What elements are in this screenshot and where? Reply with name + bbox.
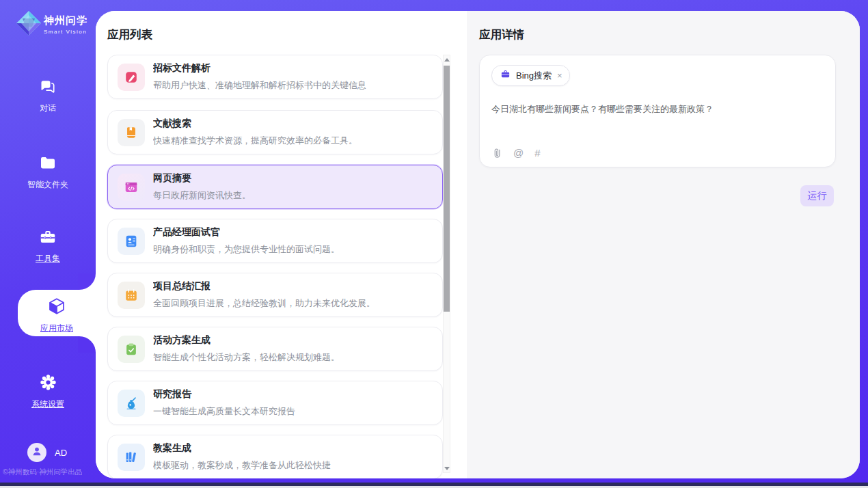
gear-icon <box>39 373 57 394</box>
brand-tagline: Smart Vision <box>44 29 87 35</box>
clipboard-check-icon <box>118 336 145 363</box>
app-desc: 全面回顾项目进展，总结经验教训，助力未来优化发展。 <box>153 297 375 310</box>
app-name: 活动方案生成 <box>153 334 340 347</box>
list-item-web-summary[interactable]: 网页摘要 每日政府新闻资讯快查。 <box>107 165 443 209</box>
folder-icon <box>39 154 57 175</box>
app-desc: 帮助用户快速、准确地理解和解析招标书中的关键信息 <box>153 79 366 92</box>
active-tab-flare-bottom <box>78 336 96 353</box>
app-detail-title: 应用详情 <box>479 27 524 42</box>
run-button[interactable]: 运行 <box>800 185 834 206</box>
sidebar-item-settings[interactable]: 系统设置 <box>0 373 96 410</box>
person-icon <box>31 445 43 460</box>
sidebar-item-label: 工具集 <box>0 253 96 265</box>
calendar-icon <box>118 282 145 309</box>
list-item-literature-search[interactable]: 文献搜索 快速精准查找学术资源，提高研究效率的必备工具。 <box>107 110 443 154</box>
list-scrollbar[interactable] <box>443 55 450 473</box>
list-item-event-plan[interactable]: 活动方案生成 智能生成个性化活动方案，轻松解决规划难题。 <box>107 327 443 371</box>
sidebar-item-label: 系统设置 <box>0 398 96 410</box>
app-list-panel: 应用列表 招标文件解析 帮助用户快速、准确地理解和解析招标书中的关键信息 <box>96 11 467 478</box>
prompt-toolbar: @ # <box>492 147 541 159</box>
app-detail-panel: 应用详情 Bing搜索 × 今日湖北有哪些新闻要点？有哪些需要关注的最新政策？ <box>467 11 860 478</box>
app-desc: 明确身份和职责，为您提供专业性的面试问题。 <box>153 243 340 256</box>
user-name: AD <box>55 448 67 458</box>
main-content: 应用列表 招标文件解析 帮助用户快速、准确地理解和解析招标书中的关键信息 <box>96 11 860 478</box>
hash-icon[interactable]: # <box>534 147 540 159</box>
app-name: 招标文件解析 <box>153 62 366 74</box>
book-icon <box>118 119 145 146</box>
app-window: 神州问学 Smart Vision 对话 智能文件夹 <box>0 0 868 488</box>
close-icon[interactable]: × <box>557 71 562 80</box>
chat-icon <box>39 78 57 98</box>
scroll-down-arrow-icon[interactable] <box>444 464 450 472</box>
list-item-pm-interviewer[interactable]: 产品经理面试官 明确身份和职责，为您提供专业性的面试问题。 <box>107 219 443 263</box>
ink-icon <box>118 390 145 417</box>
user-account[interactable]: AD <box>27 443 67 462</box>
scroll-up-arrow-icon[interactable] <box>444 55 450 64</box>
toolbox-icon <box>39 228 57 249</box>
resume-icon <box>118 228 145 255</box>
list-item-lesson-plan[interactable]: 教案生成 模板驱动，教案秒成，教学准备从此轻松快捷 <box>107 435 443 478</box>
app-desc: 智能生成个性化活动方案，轻松解决规划难题。 <box>153 351 340 364</box>
app-list-title: 应用列表 <box>107 27 152 42</box>
sidebar-item-chat[interactable]: 对话 <box>0 78 96 114</box>
list-item-project-report[interactable]: 项目总结汇报 全面回顾项目进展，总结经验教训，助力未来优化发展。 <box>107 273 443 317</box>
paperclip-icon[interactable] <box>492 147 502 159</box>
app-desc: 每日政府新闻资讯快查。 <box>153 189 251 202</box>
app-name: 项目总结汇报 <box>153 280 375 293</box>
sidebar-item-label: 智能文件夹 <box>0 179 96 191</box>
list-item-research-report[interactable]: 研究报告 一键智能生成高质量长文本研究报告 <box>107 381 443 425</box>
browser-code-icon <box>118 174 145 201</box>
gem-logo-icon <box>14 8 44 41</box>
sidebar-item-label: 应用市场 <box>9 323 105 334</box>
app-name: 文献搜索 <box>153 118 357 130</box>
brand-name: 神州问学 <box>44 14 87 27</box>
doc-edit-icon <box>118 64 145 91</box>
prompt-input[interactable]: 今日湖北有哪些新闻要点？有哪些需要关注的最新政策？ <box>491 103 825 116</box>
avatar <box>27 443 46 462</box>
app-desc: 模板驱动，教案秒成，教学准备从此轻松快捷 <box>153 459 331 472</box>
sidebar-item-label: 对话 <box>0 103 96 114</box>
active-tab-flare-top <box>78 273 96 290</box>
app-desc: 快速精准查找学术资源，提高研究效率的必备工具。 <box>153 135 357 147</box>
tool-chip-label: Bing搜索 <box>516 70 552 82</box>
copyright-footer: ©神州数码·神州问学出品 <box>3 467 82 477</box>
sidebar: 神州问学 Smart Vision 对话 智能文件夹 <box>0 0 96 488</box>
brand-logo: 神州问学 Smart Vision <box>14 8 87 41</box>
at-icon[interactable]: @ <box>513 147 524 159</box>
app-name: 产品经理面试官 <box>153 226 340 239</box>
briefcase-icon <box>500 69 511 82</box>
app-name: 教案生成 <box>153 442 331 455</box>
tool-chip-bing-search[interactable]: Bing搜索 × <box>491 65 570 86</box>
sidebar-item-app-market[interactable]: 应用市场 <box>18 290 96 336</box>
scrollbar-thumb[interactable] <box>444 66 450 312</box>
app-name: 研究报告 <box>153 388 295 401</box>
list-item-bid-analysis[interactable]: 招标文件解析 帮助用户快速、准确地理解和解析招标书中的关键信息 <box>107 55 443 99</box>
app-desc: 一键智能生成高质量长文本研究报告 <box>153 405 295 418</box>
cube-icon <box>47 297 66 318</box>
books-icon <box>118 444 145 471</box>
sidebar-item-smart-folder[interactable]: 智能文件夹 <box>0 154 96 191</box>
sidebar-item-toolbox[interactable]: 工具集 <box>0 228 96 265</box>
prompt-card: Bing搜索 × 今日湖北有哪些新闻要点？有哪些需要关注的最新政策？ @ # <box>479 55 836 167</box>
app-name: 网页摘要 <box>153 172 251 185</box>
